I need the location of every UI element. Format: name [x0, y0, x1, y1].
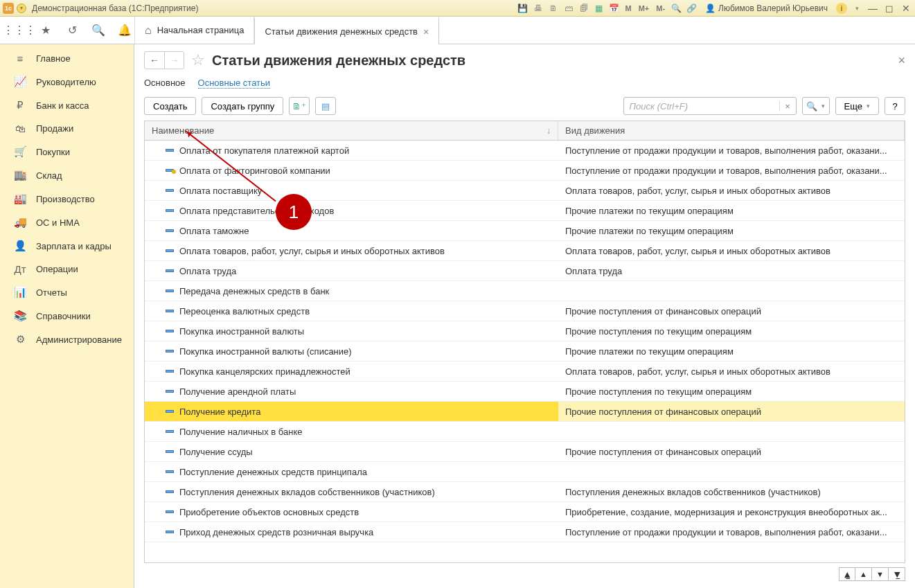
save-icon[interactable]: 💾 — [517, 3, 528, 14]
sidebar-item-label: Склад — [36, 170, 62, 181]
compare-icon[interactable]: 🗐 — [578, 3, 589, 14]
print-icon[interactable]: 🖶 — [533, 3, 544, 14]
table-row[interactable]: Покупка канцелярских принадлежностейОпла… — [145, 362, 905, 382]
table-row[interactable]: Оплата товаров, работ, услуг, сырья и ин… — [145, 241, 905, 261]
calc-icon[interactable]: ▦ — [594, 3, 605, 14]
tab-close-icon[interactable]: × — [423, 26, 429, 37]
link-icon[interactable]: 🔗 — [686, 3, 697, 14]
table-row[interactable]: Получение кредитаПрочие поступления от ф… — [145, 402, 905, 422]
sidebar-item-4[interactable]: 🛒Покупки — [0, 140, 134, 163]
tab-cashflow-items[interactable]: Статьи движения денежных средств × — [254, 17, 439, 44]
sidebar-item-3[interactable]: 🛍Продажи — [0, 117, 134, 140]
row-name: Покупка иностранной валюты (списание) — [179, 346, 352, 357]
notifications-icon[interactable]: 🔔 — [118, 24, 132, 37]
sidebar-item-10[interactable]: 📊Отчеты — [0, 280, 134, 304]
table-row[interactable]: Получение ссудыПрочие поступления от фин… — [145, 442, 905, 462]
table-row[interactable]: Получение арендной платыПрочие поступлен… — [145, 382, 905, 402]
sidebar-item-label: Операции — [36, 264, 78, 274]
row-kind: Прочие поступления от финансовых операци… — [558, 301, 905, 321]
item-icon — [166, 269, 174, 272]
table-row[interactable]: Покупка иностранной валюты (списание)Про… — [145, 341, 905, 362]
table-row[interactable]: Приобретение объектов основных средствПр… — [145, 502, 905, 522]
search-menu-button[interactable]: 🔍▾ — [802, 97, 830, 115]
item-icon — [166, 450, 174, 453]
apps-grid-icon[interactable]: ⋮⋮⋮ — [12, 24, 26, 37]
sidebar-item-11[interactable]: 📚Справочники — [0, 304, 134, 328]
favorites-icon[interactable]: ★ — [39, 24, 53, 37]
scroll-top-button[interactable]: ▲̲ — [839, 567, 855, 581]
table-row[interactable]: Оплата от покупателя платежной картойПос… — [145, 141, 905, 161]
table-row[interactable]: Приход денежных средств розничная выручк… — [145, 522, 905, 542]
db-icon[interactable]: 🗃 — [563, 3, 574, 14]
row-name: Передача денежных средств в банк — [179, 286, 329, 296]
m-minus-button[interactable]: M- — [655, 4, 666, 12]
sidebar-item-6[interactable]: 🏭Производство — [0, 187, 134, 211]
app-menu-dropdown[interactable]: ▾ — [17, 3, 26, 13]
table-row[interactable]: Передача денежных средств в банк — [145, 281, 905, 301]
close-window-button[interactable]: ✕ — [900, 3, 912, 14]
sidebar-item-2[interactable]: ₽Банк и касса — [0, 93, 134, 117]
table-row[interactable]: Оплата представительских расходовПрочие … — [145, 201, 905, 221]
sidebar-item-label: ОС и НМА — [36, 217, 80, 228]
doc-icon[interactable]: 🗎 — [548, 3, 559, 14]
column-header-name[interactable]: Наименование ↓ — [145, 121, 558, 140]
nav-back-button[interactable]: ← — [145, 52, 164, 69]
info-dd-icon[interactable]: ▾ — [851, 3, 862, 14]
sidebar-item-label: Руководителю — [36, 77, 96, 87]
item-icon — [166, 470, 174, 473]
create-button[interactable]: Создать — [144, 97, 196, 115]
table-row[interactable]: Поступление денежных средств принципала — [145, 462, 905, 482]
page-close-button[interactable]: × — [898, 53, 905, 68]
calendar-icon[interactable]: 📅 — [609, 3, 620, 14]
list-settings-button[interactable]: ▤ — [315, 97, 336, 115]
subtab-main[interactable]: Основное — [144, 78, 186, 89]
scroll-bottom-button[interactable]: ▼̲ — [889, 567, 905, 581]
table-row[interactable]: Поступления денежных вкладов собственник… — [145, 482, 905, 502]
search-clear-button[interactable]: × — [779, 101, 796, 112]
zoom-icon[interactable]: 🔍 — [670, 3, 682, 14]
minimize-button[interactable]: — — [867, 3, 879, 14]
m-button[interactable]: M — [624, 4, 633, 12]
tab-home[interactable]: ⌂ Начальная страница — [134, 17, 254, 44]
scroll-down-button[interactable]: ▼ — [872, 567, 889, 581]
m-plus-button[interactable]: M+ — [637, 4, 651, 12]
copy-button[interactable]: 🗎⁺ — [289, 97, 310, 115]
global-search-icon[interactable]: 🔍 — [91, 24, 105, 37]
maximize-button[interactable]: ◻ — [883, 3, 896, 14]
row-name: Оплата товаров, работ, услуг, сырья и ин… — [179, 246, 445, 256]
sidebar-icon: 📈 — [14, 75, 26, 88]
item-icon — [166, 149, 174, 152]
row-kind — [558, 462, 905, 481]
item-icon — [166, 490, 174, 493]
table-row[interactable]: Покупка иностранной валютыПрочие поступл… — [145, 321, 905, 341]
sidebar-item-label: Производство — [36, 194, 95, 204]
table-row[interactable]: Оплата поставщикуОплата товаров, работ, … — [145, 181, 905, 201]
more-button[interactable]: Еще▾ — [835, 97, 879, 115]
nav-forward-button[interactable]: → — [164, 52, 184, 69]
column-header-kind[interactable]: Вид движения — [558, 121, 905, 140]
sidebar-item-7[interactable]: 🚚ОС и НМА — [0, 211, 134, 234]
table-row[interactable]: Оплата от факторинговой компанииПоступле… — [145, 161, 905, 181]
sidebar-item-0[interactable]: ≡Главное — [0, 47, 134, 70]
sidebar-icon: ⚙ — [14, 333, 26, 346]
info-icon[interactable]: i — [836, 3, 847, 14]
table-row[interactable]: Получение наличных в банке — [145, 422, 905, 442]
sidebar-item-5[interactable]: 🏬Склад — [0, 163, 134, 187]
favorite-toggle-icon[interactable]: ☆ — [191, 51, 205, 69]
help-button[interactable]: ? — [885, 97, 905, 115]
page-title: Статьи движения денежных средств — [212, 53, 891, 69]
history-icon[interactable]: ↺ — [65, 24, 79, 37]
sidebar-item-1[interactable]: 📈Руководителю — [0, 70, 134, 93]
sidebar-icon: 🛒 — [14, 145, 26, 158]
table-row[interactable]: Оплата трудаОплата труда — [145, 261, 905, 281]
create-group-button[interactable]: Создать группу — [202, 97, 283, 115]
search-input[interactable] — [624, 101, 779, 112]
scroll-up-button[interactable]: ▲ — [855, 567, 872, 581]
sidebar-item-8[interactable]: 👤Зарплата и кадры — [0, 234, 134, 258]
subtab-main-items[interactable]: Основные статьи — [198, 78, 271, 89]
current-user[interactable]: 👤 Любимов Валерий Юрьевич — [705, 3, 828, 13]
sidebar-item-12[interactable]: ⚙Администрирование — [0, 328, 134, 351]
table-row[interactable]: Переоценка валютных средствПрочие поступ… — [145, 301, 905, 321]
sidebar-item-9[interactable]: ДтОперации — [0, 258, 134, 280]
table-row[interactable]: Оплата таможнеПрочие платежи по текущим … — [145, 221, 905, 241]
